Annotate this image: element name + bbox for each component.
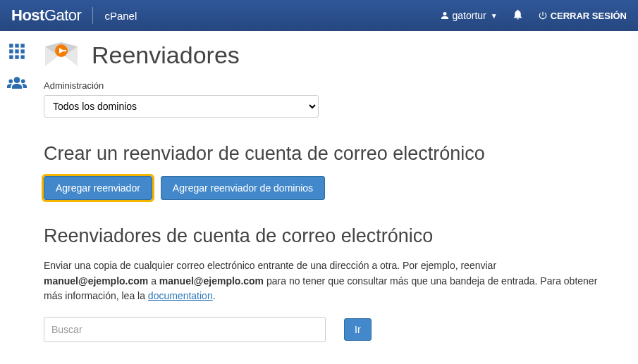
forwarders-list-heading: Reenviadores de cuenta de correo electró… xyxy=(44,225,598,247)
brand-logo: HostGator xyxy=(11,6,81,25)
page-header: Reenviadores xyxy=(44,41,598,69)
svg-rect-5 xyxy=(20,49,24,53)
forwarders-icon xyxy=(44,41,79,69)
svg-point-11 xyxy=(21,80,25,84)
svg-rect-6 xyxy=(9,55,13,58)
user-icon xyxy=(441,11,449,20)
main-content: Reenviadores Administración Todos los do… xyxy=(34,31,612,356)
domain-select[interactable]: Todos los dominios xyxy=(44,95,319,118)
admin-label: Administración xyxy=(44,80,598,91)
logout-label: CERRAR SESIÓN xyxy=(551,11,627,21)
svg-rect-3 xyxy=(9,49,13,53)
chevron-down-icon: ▼ xyxy=(491,12,498,20)
users-icon xyxy=(7,75,27,91)
svg-rect-7 xyxy=(15,55,18,58)
create-forwarder-heading: Crear un reenviador de cuenta de correo … xyxy=(44,143,598,165)
logout-icon xyxy=(538,11,548,20)
notifications-button[interactable] xyxy=(512,8,524,23)
divider xyxy=(92,7,93,24)
forwarders-description: Enviar una copia de cualquier correo ele… xyxy=(44,258,598,304)
search-go-button[interactable]: Ir xyxy=(344,318,372,341)
top-bar: HostGator cPanel gatortur ▼ CERRAR SESIÓ… xyxy=(0,0,638,31)
svg-rect-0 xyxy=(9,44,13,47)
sidebar-item-apps[interactable] xyxy=(8,42,26,63)
logout-button[interactable]: CERRAR SESIÓN xyxy=(538,11,627,21)
sidebar xyxy=(0,31,34,356)
documentation-link[interactable]: documentation xyxy=(148,290,213,301)
search-input[interactable] xyxy=(44,317,326,342)
sidebar-item-users[interactable] xyxy=(7,75,27,93)
add-domain-forwarder-button[interactable]: Agregar reenviador de dominios xyxy=(161,176,325,200)
apps-icon xyxy=(8,42,26,61)
bell-icon xyxy=(512,8,524,20)
username: gatortur xyxy=(452,10,486,21)
add-forwarder-button[interactable]: Agregar reenviador xyxy=(44,176,152,200)
user-menu[interactable]: gatortur ▼ xyxy=(441,10,497,21)
svg-rect-8 xyxy=(20,55,24,58)
svg-rect-4 xyxy=(15,49,18,53)
page-title: Reenviadores xyxy=(92,42,240,69)
svg-rect-2 xyxy=(20,44,24,47)
svg-point-10 xyxy=(8,80,13,84)
svg-rect-1 xyxy=(15,44,18,47)
svg-point-9 xyxy=(14,77,20,83)
cpanel-label: cPanel xyxy=(104,10,137,22)
